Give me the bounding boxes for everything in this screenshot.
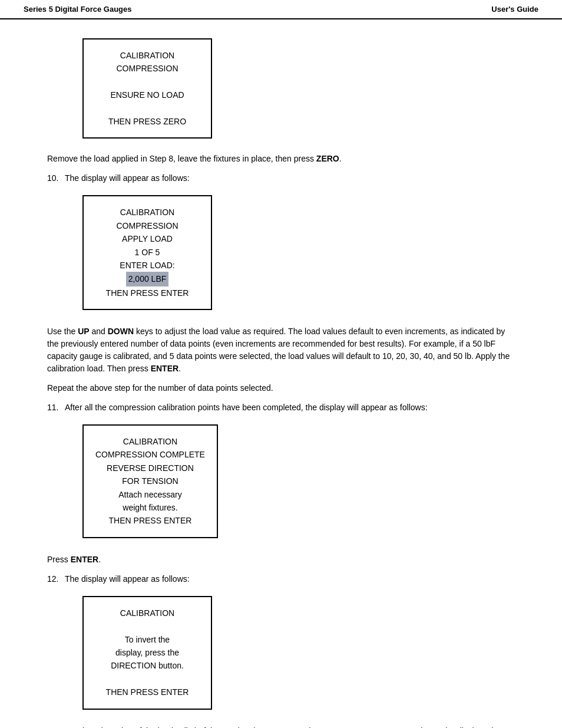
- display4-line1: CALIBRATION: [120, 608, 174, 618]
- display2-line1: CALIBRATION: [120, 207, 174, 217]
- display-box-4: CALIBRATION To invert the display, press…: [82, 596, 212, 710]
- item11-intro: After all the compression calibration po…: [65, 401, 515, 414]
- para5-text: Reverse the orientation of the load cell…: [47, 726, 364, 728]
- display4-line5: DIRECTION button.: [111, 661, 184, 670]
- item12-number: 12.: [47, 573, 65, 585]
- numbered-item-11: 11. After all the compression calibratio…: [47, 401, 515, 545]
- main-content: CALIBRATION COMPRESSION ENSURE NO LOAD T…: [0, 31, 562, 728]
- display1-wrapper: CALIBRATION COMPRESSION ENSURE NO LOAD T…: [82, 31, 515, 146]
- display3-line5: Attach necessary: [118, 490, 181, 499]
- display3-wrapper: CALIBRATION COMPRESSION COMPLETE REVERSE…: [82, 417, 515, 545]
- display1-line4: ENSURE NO LOAD: [110, 90, 184, 100]
- item10-row: 10. The display will appear as follows:: [47, 172, 515, 185]
- display3-line7: THEN PRESS ENTER: [109, 516, 192, 525]
- display3-line1: CALIBRATION: [123, 437, 177, 446]
- para4-text: Press: [47, 555, 71, 564]
- display2-line6-highlight: 2,000 LBF: [126, 272, 169, 286]
- numbered-item-10: 10. The display will appear as follows: …: [47, 172, 515, 317]
- item11-number: 11.: [47, 401, 65, 414]
- display2-line3: APPLY LOAD: [122, 234, 173, 243]
- para1-end: .: [339, 154, 342, 163]
- paragraph-3: Repeat the above step for the number of …: [47, 382, 515, 394]
- display-box-1: CALIBRATION COMPRESSION ENSURE NO LOAD T…: [82, 38, 212, 139]
- item11-row: 11. After all the compression calibratio…: [47, 401, 515, 414]
- paragraph-2: Use the UP and DOWN keys to adjust the l…: [47, 325, 515, 375]
- para1-bold: ZERO: [316, 154, 339, 163]
- display-box-3: CALIBRATION COMPRESSION COMPLETE REVERSE…: [82, 424, 218, 538]
- header-right: User's Guide: [491, 5, 538, 14]
- display3-line3: REVERSE DIRECTION: [107, 463, 194, 473]
- display2-line2: COMPRESSION: [116, 221, 178, 230]
- item12-row: 12. The display will appear as follows:: [47, 573, 515, 585]
- display2-line5: ENTER LOAD:: [120, 261, 174, 270]
- display2-line7: THEN PRESS ENTER: [106, 288, 189, 298]
- display4-line3: To invert the: [125, 635, 170, 644]
- display2-line4: 1 OF 5: [135, 248, 160, 257]
- item10-number: 10.: [47, 172, 65, 185]
- para2-text: Use the: [47, 327, 78, 336]
- paragraph-5: Reverse the orientation of the load cell…: [47, 725, 515, 728]
- para4-bold: ENTER: [71, 555, 98, 564]
- para2-bold1: UP: [78, 327, 89, 336]
- para2-end: .: [178, 364, 181, 373]
- paragraph-4: Press ENTER.: [47, 554, 515, 566]
- para2-mid1: and: [90, 327, 108, 336]
- display3-line6: weight fixtures.: [123, 503, 177, 512]
- display4-wrapper: CALIBRATION To invert the display, press…: [82, 589, 515, 717]
- display1-line1: CALIBRATION: [120, 51, 174, 60]
- para2-bold3: ENTER: [151, 364, 178, 373]
- page-container: Series 5 Digital Force Gauges User's Gui…: [0, 0, 562, 728]
- display2-wrapper: CALIBRATION COMPRESSION APPLY LOAD 1 OF …: [82, 188, 515, 317]
- header-left: Series 5 Digital Force Gauges: [24, 5, 132, 14]
- item10-intro: The display will appear as follows:: [65, 172, 515, 185]
- para2-bold2: DOWN: [108, 327, 134, 336]
- para5-bold1: DIRECTION: [364, 726, 409, 728]
- paragraph-1: Remove the load applied in Step 8, leave…: [47, 153, 515, 165]
- display4-line7: THEN PRESS ENTER: [106, 687, 189, 697]
- para1-text: Remove the load applied in Step 8, leave…: [47, 154, 316, 163]
- item12-intro: The display will appear as follows:: [65, 573, 515, 585]
- display3-line4: FOR TENSION: [122, 476, 178, 486]
- page-header: Series 5 Digital Force Gauges User's Gui…: [0, 0, 562, 19]
- numbered-item-12: 12. The display will appear as follows: …: [47, 573, 515, 717]
- display3-line2: COMPRESSION COMPLETE: [95, 450, 205, 459]
- para4-end: .: [98, 555, 101, 564]
- display4-line4: display, press the: [115, 648, 179, 657]
- display1-line6: THEN PRESS ZERO: [108, 117, 186, 126]
- display-box-2: CALIBRATION COMPRESSION APPLY LOAD 1 OF …: [82, 195, 212, 310]
- display1-line2: COMPRESSION: [116, 64, 178, 73]
